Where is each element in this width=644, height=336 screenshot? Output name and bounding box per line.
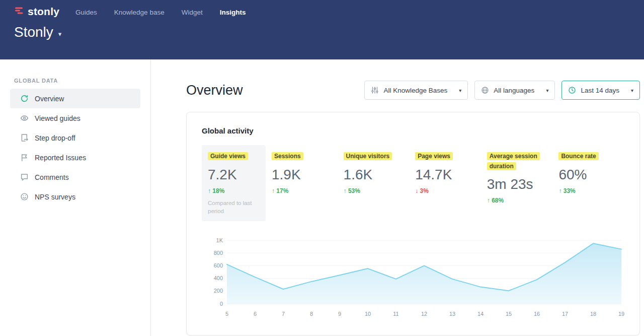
- sidebar-item-label: NPS surveys: [35, 193, 75, 201]
- metric-value: 1.9K: [272, 167, 332, 183]
- metric-value: 3m 23s: [487, 176, 547, 192]
- language-filter-dropdown[interactable]: All languages ▾: [474, 81, 555, 100]
- metric-label: Bounce rate: [558, 152, 598, 160]
- metric-value: 14.7K: [415, 167, 475, 183]
- brand-text: stonly: [28, 6, 59, 18]
- chevron-down-icon: ▾: [631, 88, 633, 93]
- page-title: Overview: [186, 81, 243, 98]
- metric-page-views[interactable]: Page views 14.7K ↓ 3%: [409, 145, 481, 200]
- nav-item-guides[interactable]: Guides: [75, 9, 97, 16]
- metric-label: Unique visitors: [344, 152, 392, 160]
- knowledge-base-filter-dropdown[interactable]: All Knowledge Bases ▾: [364, 81, 468, 100]
- chevron-down-icon: ▾: [459, 88, 461, 93]
- y-tick-label: 200: [214, 288, 223, 294]
- metric-value: 1.6K: [344, 167, 404, 183]
- x-tick-label: 5: [225, 311, 228, 317]
- x-tick-label: 16: [534, 311, 540, 317]
- x-tick-label: 18: [590, 311, 596, 317]
- chevron-down-icon: ▾: [546, 88, 548, 93]
- metric-change: ↑ 53%: [344, 187, 404, 194]
- stonly-logo-icon: [14, 6, 24, 18]
- metric-label: Average session duration: [487, 152, 540, 170]
- nav-item-insights[interactable]: Insights: [220, 9, 246, 16]
- metrics-row: Guide views 7.2K ↑ 18% Compared to last …: [202, 145, 624, 221]
- x-tick-label: 10: [365, 311, 371, 317]
- sidebar-section-label: GLOBAL DATA: [0, 78, 150, 84]
- x-tick-label: 8: [310, 311, 313, 317]
- x-tick-label: 9: [338, 311, 341, 317]
- top-navbar: stonly Guides Knowledge base Widget Insi…: [0, 0, 644, 59]
- metric-sessions[interactable]: Sessions 1.9K ↑ 17%: [266, 145, 338, 200]
- primary-nav: Guides Knowledge base Widget Insights: [75, 7, 246, 16]
- main-content: Overview All Knowledge Bases ▾: [151, 59, 644, 336]
- trend-arrow-icon: ↑: [487, 197, 490, 204]
- clock-icon: [568, 86, 576, 94]
- x-tick-label: 11: [393, 311, 398, 317]
- x-tick-label: 7: [282, 311, 285, 317]
- overview-refresh-icon: [20, 94, 29, 103]
- page-layout: GLOBAL DATA Overview Viewed guides: [0, 59, 644, 336]
- x-tick-label: 13: [449, 311, 455, 317]
- chevron-down-icon[interactable]: ▾: [58, 27, 62, 38]
- x-tick-label: 15: [506, 311, 512, 317]
- sidebar-item-comments[interactable]: Comments: [10, 167, 140, 187]
- sidebar-item-viewed-guides[interactable]: Viewed guides: [10, 108, 140, 128]
- nav-top-row: stonly Guides Knowledge base Widget Insi…: [0, 0, 644, 18]
- x-tick-label: 6: [254, 311, 257, 317]
- metric-label: Sessions: [272, 152, 303, 160]
- metric-change: ↑ 33%: [558, 187, 618, 194]
- workspace-name[interactable]: Stonly: [14, 24, 53, 40]
- y-tick-label: 0: [220, 300, 223, 306]
- sidebar-item-label: Step drop-off: [35, 134, 75, 142]
- metric-change: ↑ 18%: [208, 187, 260, 194]
- sidebar: GLOBAL DATA Overview Viewed guides: [0, 59, 151, 336]
- x-tick-label: 14: [477, 311, 484, 317]
- brand[interactable]: stonly: [14, 6, 59, 18]
- trend-arrow-icon: ↑: [344, 187, 347, 194]
- x-tick-label: 19: [618, 311, 624, 317]
- sidebar-item-label: Reported Issues: [35, 154, 86, 162]
- smiley-icon: [20, 192, 29, 201]
- sidebar-item-reported-issues[interactable]: Reported Issues: [10, 148, 140, 167]
- metric-change: ↑ 68%: [487, 197, 547, 204]
- global-activity-chart: 02004006008001K5678910111213141516171819: [202, 234, 624, 324]
- metric-label: Page views: [415, 152, 453, 160]
- nav-item-knowledge-base[interactable]: Knowledge base: [114, 9, 165, 16]
- metric-guide-views[interactable]: Guide views 7.2K ↑ 18% Compared to last …: [202, 145, 266, 221]
- sidebar-item-nps-surveys[interactable]: NPS surveys: [10, 187, 140, 207]
- sidebar-item-step-drop-off[interactable]: Step drop-off: [10, 128, 140, 148]
- main-header: Overview All Knowledge Bases ▾: [186, 81, 640, 100]
- y-tick-label: 400: [214, 275, 223, 281]
- workspace-row: Stonly ▾: [0, 18, 644, 40]
- flag-icon: [20, 153, 29, 162]
- nav-item-widget[interactable]: Widget: [182, 9, 203, 16]
- metric-value: 7.2K: [208, 167, 260, 183]
- card-title: Global activity: [202, 126, 624, 135]
- metric-note: Compared to last period: [208, 199, 256, 215]
- metric-unique-visitors[interactable]: Unique visitors 1.6K ↑ 53%: [338, 145, 410, 200]
- x-tick-label: 17: [562, 311, 568, 317]
- sidebar-item-overview[interactable]: Overview: [10, 89, 140, 108]
- sidebar-item-label: Overview: [35, 95, 64, 103]
- eye-icon: [20, 114, 29, 122]
- filter-label: Last 14 days: [581, 87, 619, 94]
- y-tick-label: 1K: [216, 237, 223, 243]
- trend-arrow-icon: ↑: [558, 187, 561, 194]
- global-activity-card: Global activity Guide views 7.2K ↑ 18% C…: [186, 112, 640, 335]
- metric-value: 60%: [558, 167, 618, 183]
- y-tick-label: 600: [214, 262, 223, 268]
- metric-label: Guide views: [208, 152, 248, 160]
- metric-average-session-duration[interactable]: Average session duration 3m 23s ↑ 68%: [481, 145, 553, 210]
- y-tick-label: 800: [214, 249, 223, 255]
- chart-area: 02004006008001K5678910111213141516171819: [202, 234, 624, 326]
- date-range-filter-dropdown[interactable]: Last 14 days ▾: [561, 81, 640, 100]
- sidebar-item-label: Viewed guides: [35, 114, 80, 122]
- trend-arrow-icon: ↑: [272, 187, 275, 194]
- metric-change: ↑ 17%: [272, 187, 332, 194]
- metric-change: ↓ 3%: [415, 187, 475, 194]
- x-tick-label: 12: [421, 311, 427, 317]
- trend-arrow-icon: ↑: [208, 187, 211, 194]
- metric-bounce-rate[interactable]: Bounce rate 60% ↑ 33%: [552, 145, 624, 200]
- filter-bar: All Knowledge Bases ▾ All languages ▾: [364, 81, 640, 100]
- sliders-icon: [371, 86, 379, 94]
